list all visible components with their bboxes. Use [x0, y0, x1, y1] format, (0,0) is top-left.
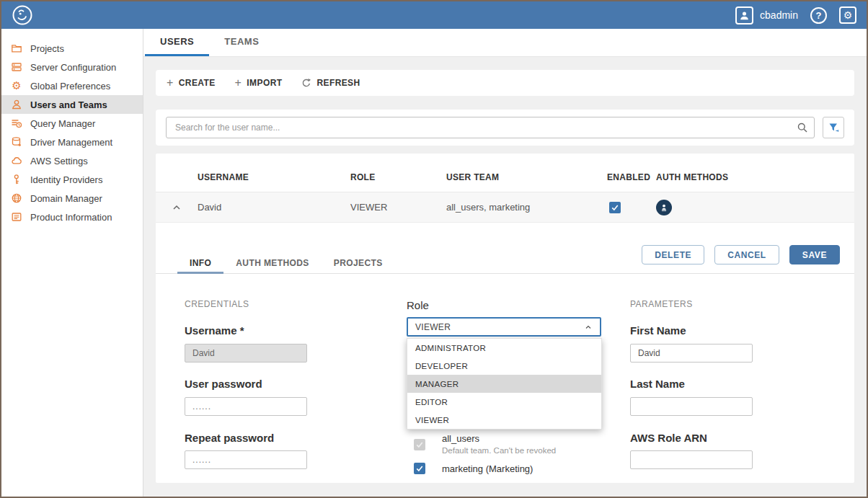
- sidebar-item-label: Product Information: [30, 212, 112, 223]
- last-name-label: Last Name: [630, 378, 685, 390]
- user-password-label: User password: [185, 378, 262, 390]
- search-icon: [797, 122, 808, 133]
- check-icon: [415, 440, 424, 449]
- team-name: all_users: [442, 433, 556, 444]
- role-option-administrator[interactable]: ADMINISTRATOR: [407, 339, 601, 357]
- parameters-section-label: PARAMETERS: [630, 299, 693, 309]
- server-rack-icon: [11, 61, 22, 73]
- users-table-panel: USERNAME ROLE USER TEAM ENABLED AUTH MET…: [156, 154, 854, 483]
- plus-icon: +: [167, 77, 174, 89]
- refresh-button[interactable]: REFRESH: [301, 78, 360, 88]
- sidebar-item-aws-settings[interactable]: AWS Settings: [1, 151, 143, 170]
- tab-projects[interactable]: PROJECTS: [322, 254, 395, 274]
- sidebar-item-product-information[interactable]: Product Information: [1, 208, 143, 226]
- role-option-editor[interactable]: EDITOR: [407, 393, 601, 411]
- users-teams-tabbar: USERS TEAMS: [143, 29, 867, 57]
- sidebar-item-label: Users and Teams: [30, 99, 107, 110]
- user-avatar-icon: [735, 6, 753, 25]
- sidebar-item-label: Global Preferences: [30, 81, 110, 92]
- sidebar-item-server-configuration[interactable]: Server Configuration: [1, 58, 143, 76]
- sidebar-item-label: Projects: [30, 43, 64, 54]
- collapse-row-chevron-icon[interactable]: [171, 202, 182, 213]
- sidebar-item-label: Domain Manager: [30, 193, 102, 204]
- column-header-user-team: USER TEAM: [446, 172, 607, 182]
- users-icon: [11, 99, 22, 110]
- top-bar: cbadmin ? ⚙: [1, 1, 867, 29]
- query-history-clock-icon: [11, 117, 22, 129]
- repeat-password-input[interactable]: [185, 450, 307, 469]
- user-password-input[interactable]: [185, 397, 307, 416]
- first-name-label: First Name: [630, 324, 686, 337]
- tab-teams[interactable]: TEAMS: [209, 29, 274, 56]
- plus-icon: +: [235, 77, 242, 89]
- username-text: cbadmin: [760, 9, 798, 21]
- admin-sidebar: Projects Server Configuration ⚙ Global P…: [1, 29, 143, 497]
- search-panel: [156, 110, 854, 146]
- enabled-checkbox[interactable]: [609, 202, 621, 213]
- tab-info[interactable]: INFO: [177, 254, 223, 274]
- sidebar-item-global-preferences[interactable]: ⚙ Global Preferences: [1, 76, 143, 95]
- sidebar-item-users-and-teams[interactable]: Users and Teams: [1, 95, 143, 114]
- cloudbeaver-logo-icon[interactable]: [12, 4, 33, 26]
- import-button-label: IMPORT: [247, 78, 282, 88]
- username-input: [185, 344, 307, 363]
- cell-role: VIEWER: [350, 202, 446, 213]
- tab-users[interactable]: USERS: [145, 29, 209, 56]
- role-label: Role: [407, 299, 429, 311]
- admin-app-window: cbadmin ? ⚙ Projects Server Configuratio…: [0, 0, 868, 498]
- cloud-icon: [11, 155, 22, 166]
- sidebar-item-label: Driver Management: [30, 137, 112, 148]
- role-select[interactable]: VIEWER: [407, 317, 601, 337]
- table-row[interactable]: David VIEWER all_users, marketing: [156, 192, 854, 223]
- aws-role-arn-label: AWS Role ARN: [630, 432, 707, 444]
- table-header-row: USERNAME ROLE USER TEAM ENABLED AUTH MET…: [156, 154, 854, 192]
- last-name-input[interactable]: [630, 397, 753, 416]
- role-option-manager[interactable]: MANAGER: [407, 375, 601, 393]
- search-box: [166, 117, 815, 138]
- refresh-button-label: REFRESH: [316, 78, 360, 88]
- settings-gear-icon[interactable]: ⚙: [839, 6, 856, 24]
- cell-user-team: all_users, marketing: [446, 202, 607, 213]
- topbar-actions: cbadmin ? ⚙: [735, 6, 856, 25]
- tab-auth-methods[interactable]: AUTH METHODS: [223, 254, 321, 274]
- sidebar-item-query-manager[interactable]: Query Manager: [1, 114, 143, 133]
- detail-tabbar: INFO AUTH METHODS PROJECTS: [156, 254, 854, 274]
- team-description: Default team. Can't be revoked: [442, 446, 556, 455]
- database-icon: [11, 136, 22, 148]
- aws-role-arn-input[interactable]: [630, 450, 753, 469]
- help-icon[interactable]: ?: [810, 7, 827, 24]
- username-label: Username *: [185, 324, 244, 337]
- sidebar-item-driver-management[interactable]: Driver Management: [1, 133, 143, 151]
- gear-icon: ⚙: [11, 79, 22, 92]
- chevron-up-icon: [584, 323, 593, 332]
- refresh-icon: [301, 78, 311, 88]
- check-icon: [611, 203, 619, 212]
- filter-funnel-icon: [828, 122, 840, 134]
- column-header-username: USERNAME: [198, 172, 350, 182]
- role-option-viewer[interactable]: VIEWER: [407, 411, 601, 429]
- sidebar-item-identity-providers[interactable]: Identity Providers: [1, 170, 143, 189]
- role-option-developer[interactable]: DEVELOPER: [407, 357, 601, 375]
- create-button-label: CREATE: [179, 78, 216, 88]
- repeat-password-label: Repeat password: [185, 432, 274, 444]
- actions-toolbar: + CREATE + IMPORT REFRESH: [156, 70, 854, 96]
- search-input[interactable]: [166, 117, 815, 138]
- role-dropdown-menu: ADMINISTRATOR DEVELOPER MANAGER EDITOR V…: [407, 338, 602, 430]
- main-content: USERS TEAMS + CREATE + IMPORT REFRESH: [143, 29, 867, 497]
- team-all-users-checkbox: [414, 439, 425, 450]
- sidebar-item-label: AWS Settings: [30, 156, 88, 166]
- team-marketing-checkbox[interactable]: [414, 463, 425, 474]
- cell-username: David: [198, 202, 350, 213]
- create-button[interactable]: + CREATE: [167, 77, 216, 89]
- team-all-users-item: all_users Default team. Can't be revoked: [442, 433, 556, 455]
- column-header-role: ROLE: [350, 172, 446, 182]
- import-button[interactable]: + IMPORT: [235, 77, 283, 89]
- current-user-menu[interactable]: cbadmin: [735, 6, 798, 25]
- filter-button[interactable]: [823, 117, 844, 138]
- first-name-input[interactable]: [630, 344, 753, 363]
- column-header-enabled: ENABLED: [607, 172, 656, 182]
- sidebar-item-projects[interactable]: Projects: [1, 39, 143, 58]
- local-user-auth-badge-icon: [656, 200, 672, 215]
- sidebar-item-domain-manager[interactable]: Domain Manager: [1, 189, 143, 208]
- key-icon: [11, 174, 22, 185]
